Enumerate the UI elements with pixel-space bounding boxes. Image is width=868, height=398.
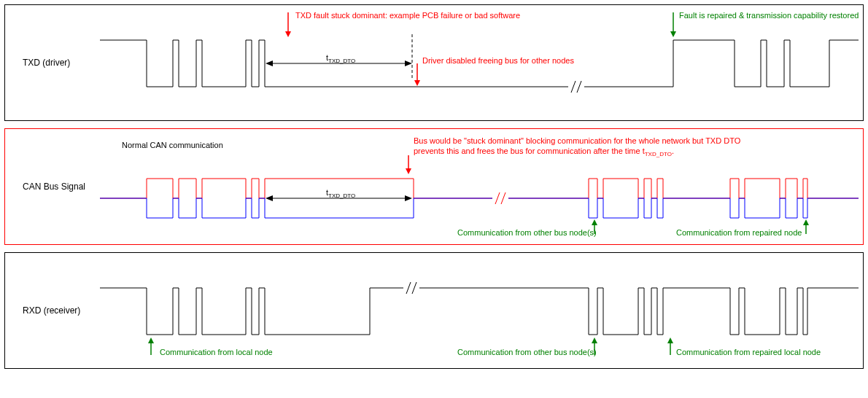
comm-repaired-text: Communication from repaired node [676,228,802,237]
driver-disabled-text: Driver disabled freeing bus for other no… [422,56,574,65]
arrow-down-icon [285,12,291,37]
arrow-up-icon [148,337,154,355]
svg-rect-24 [403,282,419,294]
svg-marker-13 [406,168,411,174]
comm-other-text: Communication from other bus node(s) [457,228,597,237]
canh-waveform [100,179,859,198]
arrow-down-icon [670,12,676,37]
t-label-2: tTXD_DTO [326,188,355,199]
canbus-label: CAN Bus Signal [23,182,85,192]
canbus-panel: CAN Bus Signal Normal CAN communication … [4,128,864,245]
txd-svg: TXD fault stuck dominant: example PCB fa… [5,5,863,120]
txd-label: TXD (driver) [23,58,70,68]
arrow-up-icon [667,337,673,355]
comm-other-text-2: Communication from other bus node(s) [457,348,597,356]
rxd-svg: Communication from local node Communicat… [5,253,863,368]
svg-marker-28 [148,337,154,343]
canbus-svg: Normal CAN communication Bus would be "s… [5,129,863,244]
normal-comm-text: Normal CAN communication [122,141,223,149]
svg-marker-1 [285,31,291,37]
dimension-arrow: tTXD_DTO [266,53,412,66]
rxd-label: RXD (receiver) [23,305,80,316]
arrow-down-icon [414,63,420,86]
txd-panel: TXD (driver) TXD fault stuck dominant: e… [4,4,864,121]
svg-marker-8 [414,80,420,86]
svg-marker-30 [592,337,597,343]
time-break-icon [568,81,584,93]
comm-local-text: Communication from local node [160,348,273,356]
dimension-arrow: tTXD_DTO [266,188,412,201]
svg-marker-6 [405,61,412,66]
txd-repair-text: Fault is repaired & transmission capabil… [679,11,859,20]
svg-marker-5 [266,61,273,66]
rxd-panel: RXD (receiver) Communication from local … [4,252,864,369]
bus-block-text-2: prevents this and frees the bus for comm… [414,147,674,157]
comm-repaired-local-text: Communication from repaired local node [676,348,821,356]
svg-marker-32 [667,337,673,343]
time-break-icon [492,192,508,204]
svg-marker-15 [266,195,273,201]
svg-marker-16 [405,195,412,201]
svg-rect-9 [568,81,584,93]
bus-block-text-1: Bus would be "stuck dominant" blocking c… [414,136,741,145]
time-break-icon [403,282,419,294]
canl-waveform [100,198,859,218]
svg-rect-17 [492,192,508,204]
rxd-waveform [100,288,859,335]
arrow-up-icon [803,219,809,234]
txd-fault-text: TXD fault stuck dominant: example PCB fa… [295,11,520,20]
arrow-down-icon [406,155,411,174]
svg-marker-3 [670,31,676,37]
svg-marker-21 [592,219,597,225]
t-label: tTXD_DTO [326,53,355,64]
svg-marker-23 [803,219,809,225]
